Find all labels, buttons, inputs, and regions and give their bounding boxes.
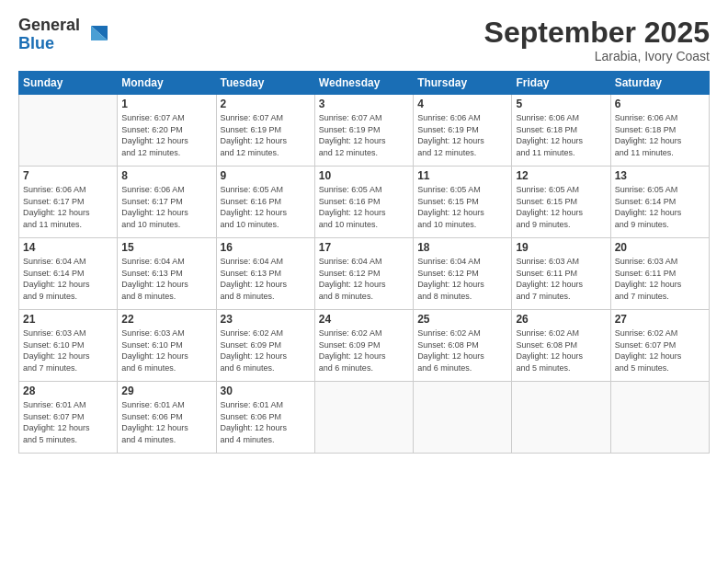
calendar-cell — [19, 95, 118, 167]
day-info: Sunrise: 6:02 AM Sunset: 6:09 PM Dayligh… — [319, 327, 409, 373]
day-number: 20 — [615, 241, 705, 254]
day-number: 2 — [221, 98, 311, 110]
calendar-page: General Blue September 2025 Larabia, Ivo… — [0, 0, 728, 563]
calendar-cell: 21Sunrise: 6:03 AM Sunset: 6:10 PM Dayli… — [19, 310, 118, 382]
week-row-1: 1Sunrise: 6:07 AM Sunset: 6:20 PM Daylig… — [19, 95, 710, 167]
day-info: Sunrise: 6:03 AM Sunset: 6:11 PM Dayligh… — [516, 256, 606, 302]
calendar-cell: 3Sunrise: 6:07 AM Sunset: 6:19 PM Daylig… — [314, 95, 413, 167]
calendar-cell: 22Sunrise: 6:03 AM Sunset: 6:10 PM Dayli… — [118, 310, 216, 382]
calendar-cell: 13Sunrise: 6:05 AM Sunset: 6:14 PM Dayli… — [610, 167, 709, 238]
day-info: Sunrise: 6:02 AM Sunset: 6:08 PM Dayligh… — [516, 327, 606, 373]
header-tuesday: Tuesday — [216, 72, 314, 95]
day-info: Sunrise: 6:02 AM Sunset: 6:08 PM Dayligh… — [417, 327, 507, 373]
calendar-cell: 8Sunrise: 6:06 AM Sunset: 6:17 PM Daylig… — [118, 167, 216, 238]
header-thursday: Thursday — [414, 72, 512, 95]
week-row-2: 7Sunrise: 6:06 AM Sunset: 6:17 PM Daylig… — [19, 167, 710, 238]
day-number: 16 — [221, 241, 311, 254]
calendar-cell: 20Sunrise: 6:03 AM Sunset: 6:11 PM Dayli… — [610, 238, 709, 310]
day-number: 13 — [615, 169, 705, 182]
day-info: Sunrise: 6:04 AM Sunset: 6:12 PM Dayligh… — [319, 256, 409, 302]
calendar-cell: 30Sunrise: 6:01 AM Sunset: 6:06 PM Dayli… — [216, 382, 314, 454]
day-info: Sunrise: 6:04 AM Sunset: 6:14 PM Dayligh… — [23, 256, 113, 302]
day-info: Sunrise: 6:06 AM Sunset: 6:19 PM Dayligh… — [417, 112, 507, 158]
header-monday: Monday — [118, 72, 216, 95]
header-wednesday: Wednesday — [314, 72, 413, 95]
day-info: Sunrise: 6:01 AM Sunset: 6:07 PM Dayligh… — [23, 399, 113, 445]
logo-general: General — [18, 16, 80, 34]
calendar-cell: 5Sunrise: 6:06 AM Sunset: 6:18 PM Daylig… — [512, 95, 610, 167]
week-row-3: 14Sunrise: 6:04 AM Sunset: 6:14 PM Dayli… — [19, 238, 710, 310]
day-number: 30 — [221, 385, 311, 397]
day-number: 25 — [417, 313, 507, 326]
calendar-cell: 2Sunrise: 6:07 AM Sunset: 6:19 PM Daylig… — [216, 95, 314, 167]
calendar-cell: 19Sunrise: 6:03 AM Sunset: 6:11 PM Dayli… — [512, 238, 610, 310]
day-number: 15 — [121, 241, 211, 254]
logo-blue: Blue — [18, 34, 54, 52]
calendar-cell — [414, 382, 512, 454]
day-info: Sunrise: 6:05 AM Sunset: 6:16 PM Dayligh… — [319, 184, 409, 230]
calendar-cell — [512, 382, 610, 454]
day-number: 5 — [516, 98, 606, 110]
calendar-cell: 9Sunrise: 6:05 AM Sunset: 6:16 PM Daylig… — [216, 167, 314, 238]
week-row-4: 21Sunrise: 6:03 AM Sunset: 6:10 PM Dayli… — [19, 310, 710, 382]
day-number: 19 — [516, 241, 606, 254]
day-info: Sunrise: 6:06 AM Sunset: 6:18 PM Dayligh… — [615, 112, 705, 158]
day-number: 9 — [221, 169, 311, 182]
day-info: Sunrise: 6:07 AM Sunset: 6:19 PM Dayligh… — [319, 112, 409, 158]
day-info: Sunrise: 6:07 AM Sunset: 6:19 PM Dayligh… — [221, 112, 311, 158]
calendar-cell: 29Sunrise: 6:01 AM Sunset: 6:06 PM Dayli… — [118, 382, 216, 454]
day-number: 26 — [516, 313, 606, 326]
day-number: 6 — [615, 98, 705, 110]
calendar-cell: 28Sunrise: 6:01 AM Sunset: 6:07 PM Dayli… — [19, 382, 118, 454]
day-info: Sunrise: 6:04 AM Sunset: 6:12 PM Dayligh… — [417, 256, 507, 302]
day-number: 8 — [121, 169, 211, 182]
calendar-cell: 14Sunrise: 6:04 AM Sunset: 6:14 PM Dayli… — [19, 238, 118, 310]
weekday-header-row: Sunday Monday Tuesday Wednesday Thursday… — [19, 72, 710, 95]
day-info: Sunrise: 6:01 AM Sunset: 6:06 PM Dayligh… — [121, 399, 211, 445]
calendar-cell — [610, 382, 709, 454]
calendar-cell: 16Sunrise: 6:04 AM Sunset: 6:13 PM Dayli… — [216, 238, 314, 310]
calendar-cell: 27Sunrise: 6:02 AM Sunset: 6:07 PM Dayli… — [610, 310, 709, 382]
day-number: 4 — [417, 98, 507, 110]
day-info: Sunrise: 6:02 AM Sunset: 6:07 PM Dayligh… — [615, 327, 705, 373]
day-number: 10 — [319, 169, 409, 182]
calendar-cell: 1Sunrise: 6:07 AM Sunset: 6:20 PM Daylig… — [118, 95, 216, 167]
calendar-table: Sunday Monday Tuesday Wednesday Thursday… — [18, 71, 710, 454]
day-info: Sunrise: 6:04 AM Sunset: 6:13 PM Dayligh… — [121, 256, 211, 302]
day-number: 18 — [417, 241, 507, 254]
day-number: 21 — [23, 313, 113, 326]
day-number: 23 — [221, 313, 311, 326]
day-number: 1 — [121, 98, 211, 110]
day-number: 11 — [417, 169, 507, 182]
day-info: Sunrise: 6:01 AM Sunset: 6:06 PM Dayligh… — [221, 399, 311, 445]
calendar-cell: 7Sunrise: 6:06 AM Sunset: 6:17 PM Daylig… — [19, 167, 118, 238]
calendar-cell: 26Sunrise: 6:02 AM Sunset: 6:08 PM Dayli… — [512, 310, 610, 382]
calendar-cell: 10Sunrise: 6:05 AM Sunset: 6:16 PM Dayli… — [314, 167, 413, 238]
month-title: September 2025 — [484, 17, 710, 49]
day-info: Sunrise: 6:06 AM Sunset: 6:17 PM Dayligh… — [23, 184, 113, 230]
day-number: 27 — [615, 313, 705, 326]
calendar-cell: 18Sunrise: 6:04 AM Sunset: 6:12 PM Dayli… — [414, 238, 512, 310]
title-block: September 2025 Larabia, Ivory Coast — [484, 17, 710, 63]
day-number: 29 — [121, 385, 211, 397]
day-info: Sunrise: 6:06 AM Sunset: 6:18 PM Dayligh… — [516, 112, 606, 158]
day-number: 22 — [121, 313, 211, 326]
calendar-cell — [314, 382, 413, 454]
header-sunday: Sunday — [19, 72, 118, 95]
day-number: 7 — [23, 169, 113, 182]
calendar-cell: 4Sunrise: 6:06 AM Sunset: 6:19 PM Daylig… — [414, 95, 512, 167]
calendar-cell: 6Sunrise: 6:06 AM Sunset: 6:18 PM Daylig… — [610, 95, 709, 167]
calendar-cell: 15Sunrise: 6:04 AM Sunset: 6:13 PM Dayli… — [118, 238, 216, 310]
calendar-cell: 12Sunrise: 6:05 AM Sunset: 6:15 PM Dayli… — [512, 167, 610, 238]
day-info: Sunrise: 6:03 AM Sunset: 6:10 PM Dayligh… — [23, 327, 113, 373]
day-info: Sunrise: 6:05 AM Sunset: 6:14 PM Dayligh… — [615, 184, 705, 230]
header: General Blue September 2025 Larabia, Ivo… — [18, 17, 710, 63]
day-number: 3 — [319, 98, 409, 110]
day-info: Sunrise: 6:05 AM Sunset: 6:15 PM Dayligh… — [417, 184, 507, 230]
location: Larabia, Ivory Coast — [484, 49, 710, 63]
logo-text: General Blue — [18, 17, 80, 53]
day-number: 12 — [516, 169, 606, 182]
header-saturday: Saturday — [610, 72, 709, 95]
day-info: Sunrise: 6:07 AM Sunset: 6:20 PM Dayligh… — [121, 112, 211, 158]
logo: General Blue — [18, 17, 108, 53]
